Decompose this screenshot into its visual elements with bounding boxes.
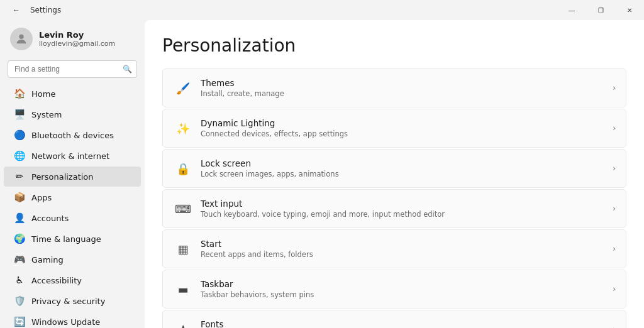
sidebar-item-label: Network & internet — [31, 151, 109, 161]
settings-item-lock-screen[interactable]: 🔒 Lock screen Lock screen images, apps, … — [162, 149, 626, 188]
settings-item-text: Dynamic Lighting Connected devices, effe… — [201, 118, 608, 138]
accounts-icon: 👤 — [14, 212, 25, 224]
sidebar-item-privacy[interactable]: 🛡️ Privacy & security — [4, 291, 141, 311]
titlebar-left: ← Settings — [8, 1, 61, 19]
settings-item-text: Themes Install, create, manage — [201, 78, 608, 98]
close-button[interactable]: ✕ — [615, 0, 644, 20]
personalization-icon: ✏️ — [14, 171, 25, 182]
settings-item-text: Fonts Install, manage — [201, 319, 608, 328]
fonts-icon: 𝐀 — [173, 319, 193, 328]
privacy-icon: 🛡️ — [14, 295, 25, 307]
system-icon: 🖥️ — [14, 109, 25, 120]
update-icon: 🔄 — [14, 316, 25, 327]
sidebar-item-home[interactable]: 🏠 Home — [4, 84, 141, 104]
settings-item-desc: Install, create, manage — [201, 89, 608, 98]
chevron-right-icon: › — [613, 124, 616, 133]
settings-item-desc: Lock screen images, apps, animations — [201, 170, 608, 178]
search-input[interactable] — [8, 60, 137, 78]
page-title: Personalization — [162, 35, 626, 56]
titlebar-title: Settings — [30, 6, 61, 14]
taskbar-icon: ▬ — [173, 279, 193, 299]
sidebar-item-personalization[interactable]: ✏️ Personalization — [4, 167, 141, 187]
chevron-right-icon: › — [613, 244, 616, 253]
search-box: 🔍 — [8, 60, 137, 78]
nav-list: 🏠 Home 🖥️ System 🔵 Bluetooth & devices 🌐… — [0, 83, 145, 328]
settings-item-desc: Recent apps and items, folders — [201, 250, 608, 259]
user-name: Levin Roy — [39, 30, 115, 40]
settings-item-label: Themes — [201, 78, 608, 88]
sidebar-item-label: Home — [31, 89, 55, 99]
sidebar-item-apps[interactable]: 📦 Apps — [4, 187, 141, 207]
avatar — [10, 28, 33, 50]
sidebar-item-label: Personalization — [31, 172, 94, 182]
app-body: Levin Roy lloydlevin@gmail.com 🔍 🏠 Home … — [0, 20, 644, 328]
user-info: Levin Roy lloydlevin@gmail.com — [39, 30, 115, 48]
sidebar-item-label: Accounts — [31, 214, 69, 223]
settings-item-taskbar[interactable]: ▬ Taskbar Taskbar behaviors, system pins… — [162, 270, 626, 309]
main-content: Personalization 🖌️ Themes Install, creat… — [145, 20, 644, 328]
settings-item-desc: Touch keyboard, voice typing, emoji and … — [201, 210, 608, 219]
settings-item-desc: Taskbar behaviors, system pins — [201, 290, 608, 299]
search-icon: 🔍 — [123, 65, 132, 74]
settings-item-text: Lock screen Lock screen images, apps, an… — [201, 158, 608, 178]
time-icon: 🌍 — [14, 233, 25, 244]
settings-item-fonts[interactable]: 𝐀 Fonts Install, manage › — [162, 310, 626, 328]
gaming-icon: 🎮 — [14, 254, 25, 265]
apps-icon: 📦 — [14, 192, 25, 203]
chevron-right-icon: › — [613, 285, 616, 293]
user-profile[interactable]: Levin Roy lloydlevin@gmail.com — [0, 20, 145, 58]
settings-list: 🖌️ Themes Install, create, manage › ✨ Dy… — [162, 68, 626, 328]
sidebar-item-network[interactable]: 🌐 Network & internet — [4, 146, 141, 166]
titlebar: ← Settings — ❐ ✕ — [0, 0, 644, 20]
sidebar-item-update[interactable]: 🔄 Windows Update — [4, 312, 141, 328]
sidebar-item-label: Accessibility — [31, 276, 82, 285]
chevron-right-icon: › — [613, 84, 616, 92]
settings-item-label: Start — [201, 239, 608, 249]
settings-item-text: Text input Touch keyboard, voice typing,… — [201, 199, 608, 219]
accessibility-icon: ♿ — [14, 275, 25, 286]
settings-item-dynamic-lighting[interactable]: ✨ Dynamic Lighting Connected devices, ef… — [162, 109, 626, 148]
sidebar-item-label: Privacy & security — [31, 297, 105, 306]
text-input-icon: ⌨️ — [173, 199, 193, 219]
settings-item-label: Fonts — [201, 319, 608, 328]
minimize-button[interactable]: — — [557, 0, 586, 20]
chevron-right-icon: › — [613, 325, 616, 328]
sidebar-item-label: Gaming — [31, 255, 64, 265]
user-email: lloydlevin@gmail.com — [39, 40, 115, 48]
settings-item-text: Start Recent apps and items, folders — [201, 239, 608, 259]
back-button[interactable]: ← — [8, 1, 25, 19]
home-icon: 🏠 — [14, 88, 25, 99]
settings-item-label: Taskbar — [201, 279, 608, 289]
sidebar-item-bluetooth[interactable]: 🔵 Bluetooth & devices — [4, 125, 141, 145]
settings-item-label: Dynamic Lighting — [201, 118, 608, 128]
settings-item-start[interactable]: ▦ Start Recent apps and items, folders › — [162, 229, 626, 268]
sidebar-item-label: System — [31, 110, 62, 119]
bluetooth-icon: 🔵 — [14, 129, 25, 141]
sidebar-item-label: Bluetooth & devices — [31, 131, 114, 140]
sidebar-item-accounts[interactable]: 👤 Accounts — [4, 208, 141, 228]
settings-item-text-input[interactable]: ⌨️ Text input Touch keyboard, voice typi… — [162, 189, 626, 228]
chevron-right-icon: › — [613, 204, 616, 213]
sidebar-item-label: Time & language — [31, 234, 101, 244]
sidebar-item-accessibility[interactable]: ♿ Accessibility — [4, 270, 141, 290]
settings-item-label: Text input — [201, 199, 608, 209]
restore-button[interactable]: ❐ — [586, 0, 615, 20]
lock-screen-icon: 🔒 — [173, 158, 193, 178]
titlebar-controls: — ❐ ✕ — [557, 0, 644, 20]
sidebar-item-gaming[interactable]: 🎮 Gaming — [4, 249, 141, 270]
settings-item-label: Lock screen — [201, 158, 608, 168]
sidebar-item-label: Windows Update — [31, 317, 100, 327]
network-icon: 🌐 — [14, 150, 25, 161]
sidebar-item-time[interactable]: 🌍 Time & language — [4, 229, 141, 249]
sidebar-item-system[interactable]: 🖥️ System — [4, 104, 141, 124]
sidebar-item-label: Apps — [31, 193, 52, 202]
settings-item-themes[interactable]: 🖌️ Themes Install, create, manage › — [162, 68, 626, 107]
start-icon: ▦ — [173, 239, 193, 259]
settings-item-text: Taskbar Taskbar behaviors, system pins — [201, 279, 608, 299]
sidebar: Levin Roy lloydlevin@gmail.com 🔍 🏠 Home … — [0, 20, 145, 328]
dynamic-lighting-icon: ✨ — [173, 118, 193, 138]
themes-icon: 🖌️ — [173, 78, 193, 98]
svg-point-0 — [19, 35, 23, 39]
chevron-right-icon: › — [613, 164, 616, 173]
settings-item-desc: Connected devices, effects, app settings — [201, 129, 608, 138]
